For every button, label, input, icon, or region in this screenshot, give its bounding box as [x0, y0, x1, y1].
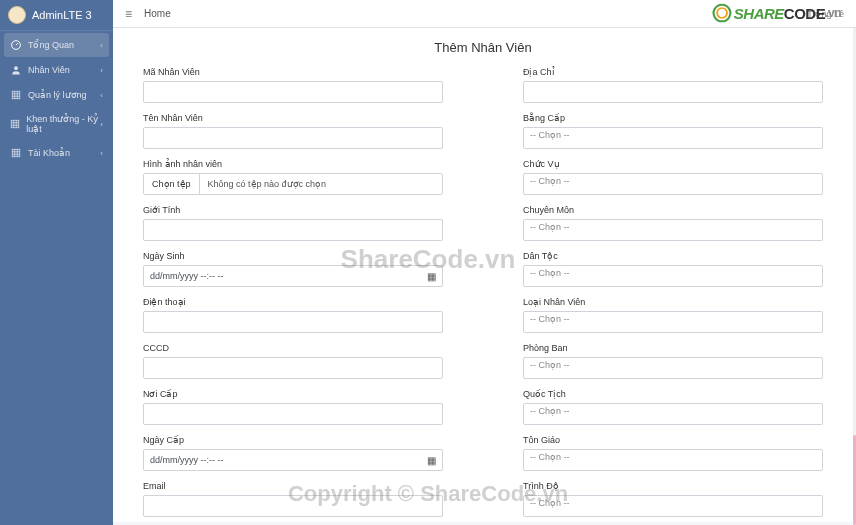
sidebar-item-label: Nhân Viên: [28, 65, 70, 75]
menu-toggle-icon[interactable]: ≡: [125, 7, 132, 21]
input-ngaycap[interactable]: dd/mm/yyyy --:-- -- ▦: [143, 449, 443, 471]
user-icon: [10, 64, 22, 76]
svg-rect-12: [12, 149, 20, 157]
svg-rect-2: [12, 91, 20, 99]
label-ngaysinh: Ngày Sinh: [143, 251, 443, 261]
brand-name: AdminLTE 3: [32, 9, 92, 21]
calendar-icon: ▦: [427, 271, 436, 282]
select-phongban[interactable]: -- Chọn --: [523, 357, 823, 379]
chevron-left-icon: ‹: [100, 66, 103, 75]
label-dienthoai: Điện thoại: [143, 297, 443, 307]
input-tennv[interactable]: [143, 127, 443, 149]
sidebar-item-label: Tài Khoản: [28, 148, 70, 158]
input-hinhanh[interactable]: Chọn tệp Không có tệp nào được chọn: [143, 173, 443, 195]
chevron-left-icon: ‹: [100, 41, 103, 50]
label-bangcap: Bằng Cấp: [523, 113, 823, 123]
date-placeholder: dd/mm/yyyy --:-- --: [150, 455, 224, 465]
label-noicap: Nơi Cấp: [143, 389, 443, 399]
grid-icon: [10, 147, 22, 159]
input-gioitinh[interactable]: [143, 219, 443, 241]
input-ngaysinh[interactable]: dd/mm/yyyy --:-- -- ▦: [143, 265, 443, 287]
label-manv: Mã Nhân Viên: [143, 67, 443, 77]
select-trinhdo[interactable]: -- Chọn --: [523, 495, 823, 517]
sidebar-item-taikhoan[interactable]: Tài Khoản ‹: [4, 141, 109, 165]
select-quoctich[interactable]: -- Chọn --: [523, 403, 823, 425]
sidebar-item-tongquan[interactable]: Tổng Quan ‹: [4, 33, 109, 57]
brand[interactable]: AdminLTE 3: [0, 0, 113, 31]
chevron-left-icon: ‹: [100, 91, 103, 100]
select-tongiao[interactable]: -- Chọn --: [523, 449, 823, 471]
breadcrumb-home[interactable]: Home: [144, 8, 171, 19]
form-col-left: Mã Nhân Viên Tên Nhân Viên Hình ảnh nhân…: [143, 67, 443, 522]
label-dantoc: Dân Tộc: [523, 251, 823, 261]
label-gioitinh: Giới Tính: [143, 205, 443, 215]
watermark-logo: SHARECODE.vn: [712, 3, 841, 23]
label-tennv: Tên Nhân Viên: [143, 113, 443, 123]
brand-logo: [8, 6, 26, 24]
date-placeholder: dd/mm/yyyy --:-- --: [150, 271, 224, 281]
employee-form: Mã Nhân Viên Tên Nhân Viên Hình ảnh nhân…: [143, 67, 823, 522]
sidebar: AdminLTE 3 Tổng Quan ‹ Nhân Viên ‹ Quản …: [0, 0, 113, 525]
input-manv[interactable]: [143, 81, 443, 103]
sidebar-nav: Tổng Quan ‹ Nhân Viên ‹ Quản lý lương ‹ …: [0, 31, 113, 168]
svg-point-1: [14, 66, 18, 70]
calendar-icon: ▦: [427, 455, 436, 466]
grid-icon: [10, 118, 20, 130]
input-noicap[interactable]: [143, 403, 443, 425]
dashboard-icon: [10, 39, 22, 51]
sidebar-item-label: Tổng Quan: [28, 40, 74, 50]
input-cccd[interactable]: [143, 357, 443, 379]
grid-icon: [10, 89, 22, 101]
select-chucvu[interactable]: -- Chọn --: [523, 173, 823, 195]
sidebar-item-khenthuong[interactable]: Khen thưởng - Kỷ luật ‹: [4, 108, 109, 140]
input-dienthoai[interactable]: [143, 311, 443, 333]
select-chuyenmon[interactable]: -- Chọn --: [523, 219, 823, 241]
label-loainv: Loại Nhân Viên: [523, 297, 823, 307]
swirl-icon: [712, 3, 732, 23]
select-dantoc[interactable]: -- Chọn --: [523, 265, 823, 287]
sidebar-item-nhanvien[interactable]: Nhân Viên ‹: [4, 58, 109, 82]
file-choose-button[interactable]: Chọn tệp: [144, 174, 200, 194]
label-ngaycap: Ngày Cấp: [143, 435, 443, 445]
sidebar-item-label: Quản lý lương: [28, 90, 87, 100]
svg-rect-7: [11, 120, 19, 128]
chevron-left-icon: ‹: [100, 120, 103, 129]
input-email[interactable]: [143, 495, 443, 517]
label-email: Email: [143, 481, 443, 491]
chevron-left-icon: ‹: [100, 149, 103, 158]
page-title: Thêm Nhân Viên: [143, 40, 823, 55]
select-loainv[interactable]: -- Chọn --: [523, 311, 823, 333]
sidebar-item-luong[interactable]: Quản lý lương ‹: [4, 83, 109, 107]
label-hinhanh: Hình ảnh nhân viên: [143, 159, 443, 169]
input-diachi[interactable]: [523, 81, 823, 103]
label-tongiao: Tôn Giáo: [523, 435, 823, 445]
label-chuyenmon: Chuyên Môn: [523, 205, 823, 215]
label-phongban: Phòng Ban: [523, 343, 823, 353]
label-chucvu: Chức Vụ: [523, 159, 823, 169]
label-cccd: CCCD: [143, 343, 443, 353]
select-bangcap[interactable]: -- Chọn --: [523, 127, 823, 149]
sidebar-item-label: Khen thưởng - Kỷ luật: [26, 114, 103, 134]
label-diachi: Địa Chỉ: [523, 67, 823, 77]
file-placeholder: Không có tệp nào được chọn: [200, 179, 335, 189]
main-content: Thêm Nhân Viên Mã Nhân Viên Tên Nhân Viê…: [113, 28, 853, 522]
form-col-right: Địa Chỉ Bằng Cấp -- Chọn -- Chức Vụ -- C…: [523, 67, 823, 522]
label-trinhdo: Trình Độ: [523, 481, 823, 491]
label-quoctich: Quốc Tịch: [523, 389, 823, 399]
